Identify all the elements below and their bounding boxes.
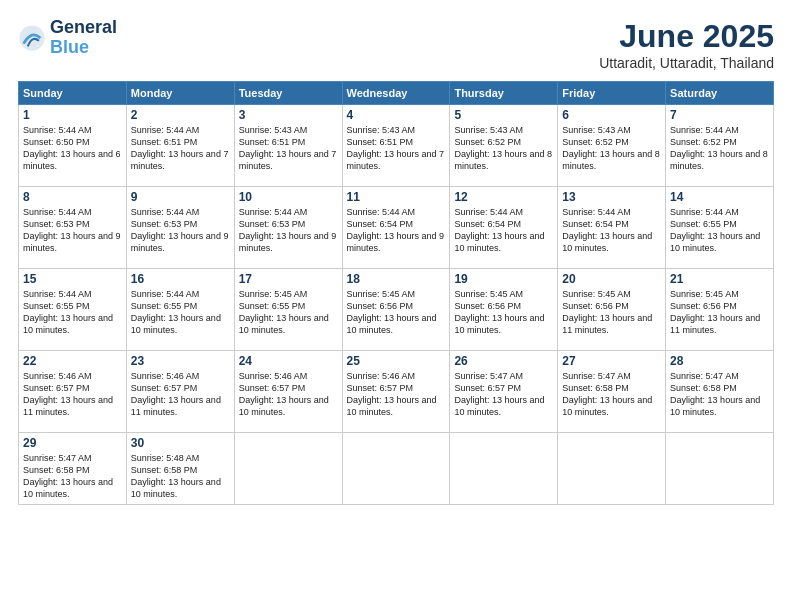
svg-point-0 [19,25,44,50]
calendar-cell: 16 Sunrise: 5:44 AMSunset: 6:55 PMDaylig… [126,269,234,351]
cell-info: Sunrise: 5:44 AMSunset: 6:54 PMDaylight:… [347,206,446,255]
month-title: June 2025 [599,18,774,55]
day-number: 28 [670,354,769,368]
calendar-cell: 29 Sunrise: 5:47 AMSunset: 6:58 PMDaylig… [19,433,127,505]
cell-info: Sunrise: 5:45 AMSunset: 6:56 PMDaylight:… [347,288,446,337]
cell-info: Sunrise: 5:47 AMSunset: 6:58 PMDaylight:… [562,370,661,419]
cell-info: Sunrise: 5:44 AMSunset: 6:50 PMDaylight:… [23,124,122,173]
day-number: 22 [23,354,122,368]
day-number: 14 [670,190,769,204]
calendar-cell: 12 Sunrise: 5:44 AMSunset: 6:54 PMDaylig… [450,187,558,269]
calendar-week-row: 22 Sunrise: 5:46 AMSunset: 6:57 PMDaylig… [19,351,774,433]
cell-info: Sunrise: 5:43 AMSunset: 6:52 PMDaylight:… [454,124,553,173]
col-friday: Friday [558,82,666,105]
calendar-cell [666,433,774,505]
calendar-cell: 15 Sunrise: 5:44 AMSunset: 6:55 PMDaylig… [19,269,127,351]
logo-text: GeneralBlue [50,18,117,58]
col-monday: Monday [126,82,234,105]
cell-info: Sunrise: 5:44 AMSunset: 6:55 PMDaylight:… [670,206,769,255]
cell-info: Sunrise: 5:46 AMSunset: 6:57 PMDaylight:… [347,370,446,419]
day-number: 10 [239,190,338,204]
day-number: 2 [131,108,230,122]
calendar-cell: 30 Sunrise: 5:48 AMSunset: 6:58 PMDaylig… [126,433,234,505]
day-number: 26 [454,354,553,368]
day-number: 9 [131,190,230,204]
calendar-week-row: 1 Sunrise: 5:44 AMSunset: 6:50 PMDayligh… [19,105,774,187]
calendar-cell: 14 Sunrise: 5:44 AMSunset: 6:55 PMDaylig… [666,187,774,269]
calendar-cell: 8 Sunrise: 5:44 AMSunset: 6:53 PMDayligh… [19,187,127,269]
day-number: 30 [131,436,230,450]
calendar-cell: 6 Sunrise: 5:43 AMSunset: 6:52 PMDayligh… [558,105,666,187]
day-number: 21 [670,272,769,286]
col-wednesday: Wednesday [342,82,450,105]
col-saturday: Saturday [666,82,774,105]
day-number: 23 [131,354,230,368]
calendar-cell: 5 Sunrise: 5:43 AMSunset: 6:52 PMDayligh… [450,105,558,187]
calendar-cell: 3 Sunrise: 5:43 AMSunset: 6:51 PMDayligh… [234,105,342,187]
calendar-cell: 9 Sunrise: 5:44 AMSunset: 6:53 PMDayligh… [126,187,234,269]
calendar-cell: 11 Sunrise: 5:44 AMSunset: 6:54 PMDaylig… [342,187,450,269]
col-tuesday: Tuesday [234,82,342,105]
col-sunday: Sunday [19,82,127,105]
calendar-cell: 17 Sunrise: 5:45 AMSunset: 6:55 PMDaylig… [234,269,342,351]
logo: GeneralBlue [18,18,117,58]
cell-info: Sunrise: 5:44 AMSunset: 6:53 PMDaylight:… [131,206,230,255]
day-number: 25 [347,354,446,368]
day-number: 3 [239,108,338,122]
col-thursday: Thursday [450,82,558,105]
calendar-header-row: Sunday Monday Tuesday Wednesday Thursday… [19,82,774,105]
day-number: 15 [23,272,122,286]
cell-info: Sunrise: 5:44 AMSunset: 6:53 PMDaylight:… [239,206,338,255]
cell-info: Sunrise: 5:47 AMSunset: 6:58 PMDaylight:… [23,452,122,501]
calendar-cell [342,433,450,505]
calendar-cell: 28 Sunrise: 5:47 AMSunset: 6:58 PMDaylig… [666,351,774,433]
cell-info: Sunrise: 5:45 AMSunset: 6:56 PMDaylight:… [562,288,661,337]
calendar-week-row: 29 Sunrise: 5:47 AMSunset: 6:58 PMDaylig… [19,433,774,505]
title-section: June 2025 Uttaradit, Uttaradit, Thailand [599,18,774,71]
cell-info: Sunrise: 5:46 AMSunset: 6:57 PMDaylight:… [239,370,338,419]
calendar-cell: 19 Sunrise: 5:45 AMSunset: 6:56 PMDaylig… [450,269,558,351]
day-number: 29 [23,436,122,450]
day-number: 16 [131,272,230,286]
calendar-table: Sunday Monday Tuesday Wednesday Thursday… [18,81,774,505]
cell-info: Sunrise: 5:45 AMSunset: 6:56 PMDaylight:… [454,288,553,337]
cell-info: Sunrise: 5:45 AMSunset: 6:56 PMDaylight:… [670,288,769,337]
calendar-cell: 2 Sunrise: 5:44 AMSunset: 6:51 PMDayligh… [126,105,234,187]
calendar-week-row: 8 Sunrise: 5:44 AMSunset: 6:53 PMDayligh… [19,187,774,269]
day-number: 17 [239,272,338,286]
calendar-cell: 13 Sunrise: 5:44 AMSunset: 6:54 PMDaylig… [558,187,666,269]
day-number: 4 [347,108,446,122]
calendar-cell: 10 Sunrise: 5:44 AMSunset: 6:53 PMDaylig… [234,187,342,269]
cell-info: Sunrise: 5:43 AMSunset: 6:52 PMDaylight:… [562,124,661,173]
day-number: 27 [562,354,661,368]
calendar-cell [450,433,558,505]
cell-info: Sunrise: 5:44 AMSunset: 6:55 PMDaylight:… [131,288,230,337]
cell-info: Sunrise: 5:43 AMSunset: 6:51 PMDaylight:… [347,124,446,173]
cell-info: Sunrise: 5:46 AMSunset: 6:57 PMDaylight:… [23,370,122,419]
cell-info: Sunrise: 5:45 AMSunset: 6:55 PMDaylight:… [239,288,338,337]
cell-info: Sunrise: 5:44 AMSunset: 6:54 PMDaylight:… [562,206,661,255]
calendar-cell: 23 Sunrise: 5:46 AMSunset: 6:57 PMDaylig… [126,351,234,433]
day-number: 12 [454,190,553,204]
calendar-week-row: 15 Sunrise: 5:44 AMSunset: 6:55 PMDaylig… [19,269,774,351]
cell-info: Sunrise: 5:47 AMSunset: 6:58 PMDaylight:… [670,370,769,419]
day-number: 20 [562,272,661,286]
cell-info: Sunrise: 5:44 AMSunset: 6:52 PMDaylight:… [670,124,769,173]
calendar-cell: 26 Sunrise: 5:47 AMSunset: 6:57 PMDaylig… [450,351,558,433]
day-number: 6 [562,108,661,122]
cell-info: Sunrise: 5:43 AMSunset: 6:51 PMDaylight:… [239,124,338,173]
day-number: 8 [23,190,122,204]
calendar-cell: 25 Sunrise: 5:46 AMSunset: 6:57 PMDaylig… [342,351,450,433]
calendar-cell [234,433,342,505]
page: GeneralBlue June 2025 Uttaradit, Uttarad… [0,0,792,612]
calendar-cell [558,433,666,505]
location: Uttaradit, Uttaradit, Thailand [599,55,774,71]
calendar-cell: 7 Sunrise: 5:44 AMSunset: 6:52 PMDayligh… [666,105,774,187]
calendar-cell: 4 Sunrise: 5:43 AMSunset: 6:51 PMDayligh… [342,105,450,187]
calendar-cell: 21 Sunrise: 5:45 AMSunset: 6:56 PMDaylig… [666,269,774,351]
day-number: 1 [23,108,122,122]
cell-info: Sunrise: 5:44 AMSunset: 6:53 PMDaylight:… [23,206,122,255]
calendar-cell: 20 Sunrise: 5:45 AMSunset: 6:56 PMDaylig… [558,269,666,351]
cell-info: Sunrise: 5:44 AMSunset: 6:54 PMDaylight:… [454,206,553,255]
day-number: 19 [454,272,553,286]
